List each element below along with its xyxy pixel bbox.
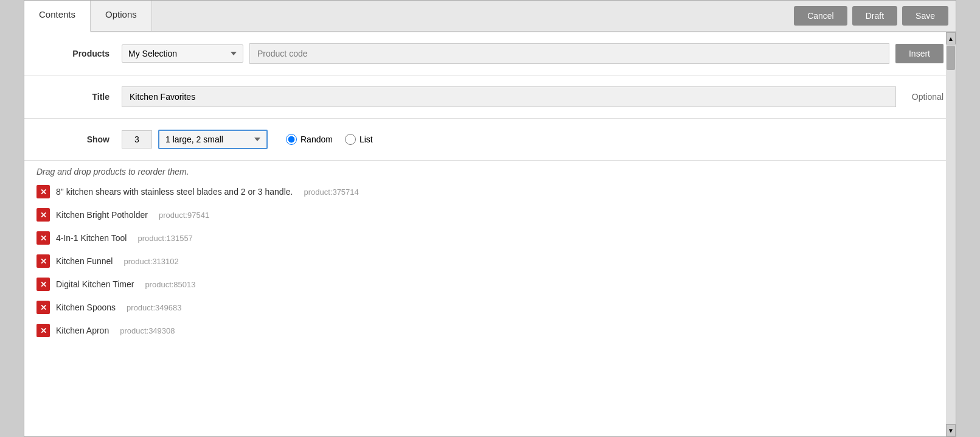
product-code: product:85013 <box>145 280 195 289</box>
product-code: product:313102 <box>123 257 178 266</box>
show-label: Show <box>36 135 122 144</box>
remove-product-button[interactable]: ✕ <box>36 324 50 337</box>
remove-product-button[interactable]: ✕ <box>36 278 50 291</box>
products-label: Products <box>36 49 122 58</box>
list-radio[interactable] <box>345 134 356 145</box>
cancel-button[interactable]: Cancel <box>794 6 847 26</box>
drag-hint: Drag and drop products to reorder them. <box>24 161 956 180</box>
remove-product-button[interactable]: ✕ <box>36 254 50 268</box>
product-name: Kitchen Apron <box>56 326 109 335</box>
product-code: product:349683 <box>127 303 181 312</box>
tab-contents[interactable]: Contents <box>24 1 91 32</box>
random-radio-item[interactable]: Random <box>286 134 333 145</box>
product-code: product:97541 <box>159 211 209 220</box>
header-actions: Cancel Draft Save <box>787 1 956 31</box>
product-code: product:349308 <box>120 326 175 335</box>
show-section: Show 1 large, 2 small 2 large 3 small Ra… <box>24 119 956 161</box>
product-name: 8" kitchen shears with stainless steel b… <box>56 187 293 197</box>
scrollbar-thumb[interactable] <box>947 46 955 70</box>
layout-select[interactable]: 1 large, 2 small 2 large 3 small <box>158 130 268 149</box>
title-content: Optional <box>122 86 944 107</box>
tab-options[interactable]: Options <box>91 1 152 31</box>
product-name: Kitchen Spoons <box>56 302 116 312</box>
main-container: Contents Options Cancel Draft Save Produ… <box>24 0 956 437</box>
save-button[interactable]: Save <box>902 6 948 26</box>
list-item: ✕Kitchen Spoonsproduct:349683 <box>36 296 944 319</box>
draft-button[interactable]: Draft <box>852 6 897 26</box>
products-select[interactable]: My Selection All Products Featured <box>122 44 243 63</box>
product-name: 4-In-1 Kitchen Tool <box>56 233 127 243</box>
list-radio-item[interactable]: List <box>345 134 373 145</box>
optional-label: Optional <box>902 92 944 102</box>
order-radio-group: Random List <box>286 134 373 145</box>
scrollbar-up[interactable]: ▲ <box>946 32 956 44</box>
title-section: Title Optional <box>24 75 956 119</box>
show-count-input[interactable] <box>122 130 152 149</box>
list-item: ✕8" kitchen shears with stainless steel … <box>36 180 944 203</box>
product-list: ✕8" kitchen shears with stainless steel … <box>24 180 956 436</box>
remove-product-button[interactable]: ✕ <box>36 301 50 314</box>
insert-button[interactable]: Insert <box>895 44 944 63</box>
product-name: Kitchen Funnel <box>56 256 113 266</box>
scrollbar-down[interactable]: ▼ <box>946 424 956 436</box>
scrollbar-track: ▲ ▼ <box>946 32 956 436</box>
product-code: product:131557 <box>137 234 192 243</box>
remove-product-button[interactable]: ✕ <box>36 208 50 222</box>
product-name: Digital Kitchen Timer <box>56 279 134 289</box>
header: Contents Options Cancel Draft Save <box>24 1 956 32</box>
product-code-input[interactable] <box>249 43 889 64</box>
title-label: Title <box>36 92 122 102</box>
show-content: 1 large, 2 small 2 large 3 small Random … <box>122 130 944 149</box>
list-label: List <box>360 135 373 144</box>
random-label: Random <box>301 135 333 144</box>
products-section: Products My Selection All Products Featu… <box>24 32 956 75</box>
title-input[interactable] <box>122 86 896 107</box>
product-code: product:375714 <box>304 187 358 197</box>
remove-product-button[interactable]: ✕ <box>36 185 50 198</box>
list-item: ✕Kitchen Funnelproduct:313102 <box>36 250 944 273</box>
remove-product-button[interactable]: ✕ <box>36 231 50 245</box>
product-name: Kitchen Bright Potholder <box>56 210 148 220</box>
list-item: ✕Digital Kitchen Timerproduct:85013 <box>36 273 944 296</box>
header-spacer <box>152 1 787 31</box>
list-item: ✕Kitchen Apronproduct:349308 <box>36 319 944 342</box>
random-radio[interactable] <box>286 134 297 145</box>
products-content: My Selection All Products Featured Inser… <box>122 43 944 64</box>
list-item: ✕Kitchen Bright Potholderproduct:97541 <box>36 203 944 226</box>
list-item: ✕4-In-1 Kitchen Toolproduct:131557 <box>36 226 944 250</box>
content-area: Products My Selection All Products Featu… <box>24 32 956 436</box>
